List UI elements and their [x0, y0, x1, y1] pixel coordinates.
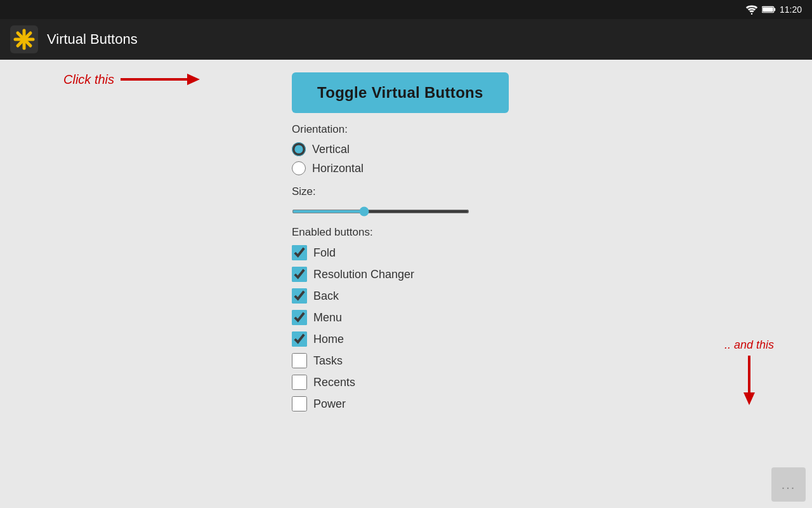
- orientation-vertical-radio[interactable]: [292, 142, 306, 156]
- orientation-horizontal-item[interactable]: Horizontal: [292, 161, 363, 175]
- checkbox-recents[interactable]: [292, 375, 307, 390]
- checkbox-tasks-item[interactable]: Tasks: [292, 353, 414, 368]
- checkbox-menu-item[interactable]: Menu: [292, 310, 414, 325]
- checkbox-home-label: Home: [313, 333, 344, 346]
- checkbox-fold-item[interactable]: Fold: [292, 245, 414, 260]
- size-label: Size:: [292, 185, 316, 198]
- orientation-radio-group: Vertical Horizontal: [292, 142, 363, 175]
- and-this-text: .. and this: [724, 338, 774, 352]
- checkbox-recents-item[interactable]: Recents: [292, 375, 414, 390]
- enabled-buttons-label: Enabled buttons:: [292, 226, 373, 239]
- app-title: Virtual Buttons: [47, 31, 138, 48]
- click-this-arrow: [121, 70, 203, 89]
- checkbox-back-label: Back: [313, 290, 339, 303]
- checkbox-tasks-label: Tasks: [313, 354, 343, 368]
- svg-rect-3: [763, 7, 773, 11]
- svg-marker-9: [187, 74, 200, 85]
- checkbox-home-item[interactable]: Home: [292, 331, 414, 347]
- size-slider[interactable]: [292, 210, 469, 213]
- wifi-icon: [745, 4, 758, 15]
- svg-point-0: [751, 13, 753, 15]
- checkbox-power-label: Power: [313, 398, 346, 411]
- checkbox-tasks[interactable]: [292, 353, 307, 368]
- size-slider-section: [292, 204, 469, 216]
- checkbox-power[interactable]: [292, 396, 307, 411]
- orientation-vertical-label: Vertical: [312, 143, 350, 156]
- checkbox-resolution-changer[interactable]: [292, 267, 307, 282]
- checkbox-back[interactable]: [292, 288, 307, 304]
- orientation-label: Orientation:: [292, 123, 348, 136]
- checkbox-resolution-changer-label: Resolution Changer: [313, 268, 414, 281]
- checkbox-resolution-changer-item[interactable]: Resolution Changer: [292, 267, 414, 282]
- click-this-text: Click this: [63, 72, 114, 87]
- orientation-horizontal-radio[interactable]: [292, 161, 306, 175]
- checkbox-recents-label: Recents: [313, 376, 355, 389]
- svg-marker-11: [743, 392, 755, 405]
- status-time: 11:20: [780, 4, 802, 15]
- and-this-annotation: .. and this: [724, 338, 774, 406]
- app-icon: [10, 25, 38, 53]
- checkbox-menu-label: Menu: [313, 311, 342, 324]
- floating-menu-button[interactable]: ...: [771, 467, 806, 502]
- orientation-vertical-item[interactable]: Vertical: [292, 142, 363, 156]
- main-content: Toggle Virtual Buttons Orientation: Vert…: [0, 60, 812, 508]
- click-this-annotation: Click this: [63, 70, 203, 89]
- battery-icon: [762, 5, 776, 14]
- enabled-buttons-group: Fold Resolution Changer Back Menu Home T…: [292, 245, 414, 411]
- status-icons: 11:20: [745, 4, 802, 15]
- checkbox-fold[interactable]: [292, 245, 307, 260]
- orientation-horizontal-label: Horizontal: [312, 162, 363, 175]
- checkbox-power-item[interactable]: Power: [292, 396, 414, 411]
- checkbox-menu[interactable]: [292, 310, 307, 325]
- toggle-virtual-buttons-button[interactable]: Toggle Virtual Buttons: [292, 72, 509, 113]
- checkbox-home[interactable]: [292, 331, 307, 347]
- status-bar: 11:20: [0, 0, 812, 19]
- svg-rect-2: [774, 8, 775, 11]
- title-bar: Virtual Buttons: [0, 19, 812, 60]
- checkbox-fold-label: Fold: [313, 246, 336, 260]
- and-this-arrow: [740, 356, 759, 406]
- checkbox-back-item[interactable]: Back: [292, 288, 414, 304]
